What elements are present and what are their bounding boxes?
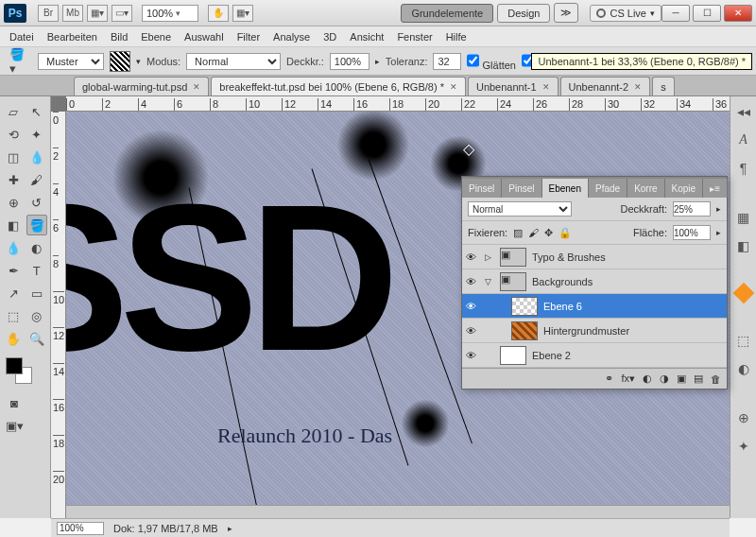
fill-input[interactable]	[673, 225, 711, 240]
panel-tab-pinsel[interactable]: Pinsel	[462, 179, 502, 198]
panel-tab-ebenen[interactable]: Ebenen	[542, 179, 589, 198]
hand-button[interactable]: ✋	[208, 5, 229, 22]
menu-ebene[interactable]: Ebene	[141, 31, 171, 43]
lock-transparent-icon[interactable]: ▨	[513, 227, 523, 239]
panel-tab-kopie[interactable]: Kopie	[665, 179, 704, 198]
minimize-button[interactable]: ─	[662, 5, 690, 22]
file-tab[interactable]: global-warming-tut.psd✕	[74, 77, 209, 95]
new-layer-icon[interactable]: ▤	[694, 372, 703, 385]
file-tab[interactable]: s	[652, 77, 675, 95]
group-icon[interactable]: ▣	[677, 372, 686, 385]
brush-tool[interactable]: 🖌	[26, 169, 48, 190]
color-swatches[interactable]	[2, 357, 48, 386]
menu-filter[interactable]: Filter	[237, 31, 260, 43]
3d-tool[interactable]: ⬚	[3, 305, 25, 326]
paragraph-panel-icon[interactable]: ¶	[734, 159, 753, 178]
close-tab-icon[interactable]: ✕	[193, 82, 200, 92]
extras-button[interactable]: ▦▾	[232, 5, 253, 22]
lock-move-icon[interactable]: ✥	[544, 227, 553, 239]
tolerance-input[interactable]	[433, 53, 461, 70]
maximize-button[interactable]: ☐	[693, 5, 721, 22]
wand-tool[interactable]: ✦	[26, 124, 48, 145]
menu-analyse[interactable]: Analyse	[273, 31, 310, 43]
swatches-panel-icon[interactable]: ▦	[734, 208, 753, 227]
menu-datei[interactable]: Datei	[9, 31, 34, 43]
quickmask-toggle[interactable]: ◙	[3, 392, 26, 413]
lock-paint-icon[interactable]: 🖌	[528, 227, 539, 238]
layer-thumb[interactable]	[511, 297, 538, 316]
minibridge-button[interactable]: Mb	[62, 5, 83, 22]
menu-hilfe[interactable]: Hilfe	[446, 31, 467, 43]
stamp-tool[interactable]: ⊕	[3, 192, 25, 213]
layer-thumb[interactable]	[500, 346, 526, 365]
doc-arrange-button[interactable]: ▦▾	[87, 5, 108, 22]
delete-layer-icon[interactable]: 🗑	[711, 373, 721, 385]
blend-mode-select[interactable]: Normal	[186, 53, 281, 70]
status-zoom-input[interactable]	[57, 522, 104, 535]
pen-tool[interactable]: ✒	[3, 260, 25, 281]
ruler-horizontal[interactable]: 024681012141618202224262830323436	[66, 96, 730, 112]
styles-panel-icon[interactable]	[732, 283, 754, 304]
layer-row[interactable]: 👁Ebene 2	[462, 343, 727, 368]
screenmode-toggle[interactable]: ▣▾	[3, 415, 26, 436]
selection-tool[interactable]: ↖	[26, 101, 48, 122]
adjustments-panel-icon[interactable]: ◐	[734, 359, 753, 378]
path-tool[interactable]: ↗	[3, 283, 25, 303]
status-info-arrow[interactable]: ▸	[228, 524, 232, 533]
menu-ansicht[interactable]: Ansicht	[350, 31, 384, 43]
type-panel-icon[interactable]: A	[734, 130, 753, 149]
menu-fenster[interactable]: Fenster	[397, 31, 432, 43]
ruler-vertical[interactable]: 02468101214161820	[51, 112, 66, 518]
current-tool-icon[interactable]: 🪣▾	[9, 51, 31, 72]
panel-tab-korre[interactable]: Korre	[627, 179, 664, 198]
navigator-panel-icon[interactable]: ✦	[734, 437, 753, 456]
fx-icon[interactable]: fx▾	[621, 372, 635, 385]
menu-3d[interactable]: 3D	[323, 31, 336, 43]
visibility-icon[interactable]: 👁	[466, 350, 479, 361]
hand-tool[interactable]: ✋	[3, 328, 25, 349]
screen-mode-button[interactable]: ▭▾	[112, 5, 132, 22]
heal-tool[interactable]: ✚	[3, 169, 25, 190]
shape-tool[interactable]: ▭	[26, 283, 48, 303]
visibility-icon[interactable]: 👁	[466, 325, 479, 337]
pattern-swatch[interactable]	[110, 51, 130, 72]
link-layers-icon[interactable]: ⚭	[605, 372, 613, 385]
visibility-icon[interactable]: 👁	[466, 251, 479, 263]
menu-auswahl[interactable]: Auswahl	[184, 31, 224, 43]
scrollbar-horizontal[interactable]	[66, 505, 730, 518]
layer-row[interactable]: 👁▽▣Backgrounds	[462, 269, 727, 294]
cslive-button[interactable]: CS Live▾	[590, 5, 662, 22]
close-tab-icon[interactable]: ✕	[450, 82, 457, 92]
panel-tab-pinsel[interactable]: Pinsel	[502, 179, 541, 198]
opacity-input[interactable]	[330, 53, 369, 70]
dodge-tool[interactable]: ◐	[26, 237, 48, 258]
layer-row[interactable]: 👁▷▣Typo & Brushes	[462, 245, 727, 269]
panel-tab-pfade[interactable]: Pfade	[589, 179, 627, 198]
camera-tool[interactable]: ◎	[26, 305, 48, 326]
fill-type-select[interactable]: Muster	[38, 53, 104, 70]
eraser-tool[interactable]: ◧	[3, 215, 25, 235]
workspace-design[interactable]: Design	[497, 4, 550, 23]
visibility-icon[interactable]: 👁	[466, 276, 479, 287]
file-tab[interactable]: Unbenannt-2✕	[560, 77, 651, 95]
3d-panel-icon[interactable]: ⬚	[734, 331, 753, 350]
folder-arrow-icon[interactable]: ▽	[485, 277, 494, 286]
file-tab[interactable]: breakeffekt-tut.psd bei 100% (Ebene 6, R…	[211, 77, 466, 95]
close-button[interactable]: ✕	[724, 5, 752, 22]
layer-row[interactable]: 👁Hintergrundmuster	[462, 319, 727, 343]
zoom-select[interactable]: 100%	[142, 5, 198, 22]
visibility-icon[interactable]: 👁	[466, 301, 479, 312]
layer-thumb[interactable]	[511, 321, 538, 340]
layer-opacity-input[interactable]	[673, 201, 711, 217]
close-tab-icon[interactable]: ✕	[634, 82, 642, 92]
type-tool[interactable]: T	[26, 260, 48, 281]
panel-menu-icon[interactable]: ▸≡	[703, 179, 728, 198]
mask-icon[interactable]: ◐	[643, 372, 652, 385]
menu-bild[interactable]: Bild	[111, 31, 128, 43]
color-panel-icon[interactable]: ◧	[734, 236, 753, 255]
bucket-tool[interactable]: 🪣	[26, 215, 48, 235]
close-tab-icon[interactable]: ✕	[542, 82, 550, 92]
dock-expand-icon[interactable]: ◂◂	[734, 102, 753, 121]
folder-arrow-icon[interactable]: ▷	[485, 252, 494, 262]
lasso-tool[interactable]: ⟲	[3, 124, 25, 145]
